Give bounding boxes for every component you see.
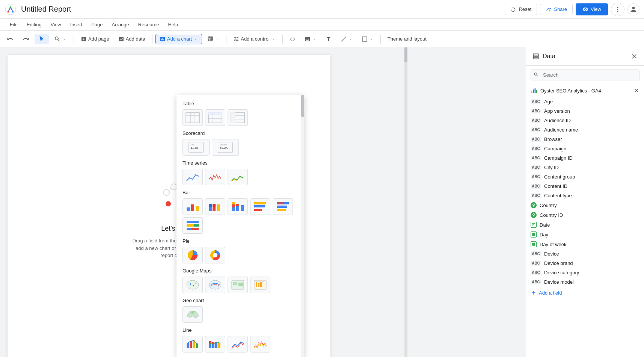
field-city-id[interactable]: ABC City ID [526,163,644,172]
svg-point-13 [171,184,177,190]
field-name: Date [540,222,550,228]
reset-button[interactable]: Reset [505,4,537,15]
chart-section-line: Line [176,326,304,355]
chart-option-pie-1[interactable] [182,247,203,263]
field-date[interactable]: Date [526,220,644,230]
search-input[interactable] [531,70,639,80]
chart-option-geo-1[interactable] [182,306,203,323]
chart-option-bar-1[interactable] [182,198,203,215]
data-source-close-icon[interactable] [633,88,639,94]
svg-rect-59 [277,209,286,211]
add-component-button[interactable] [204,34,223,44]
field-content-group[interactable]: ABC Content group [526,172,644,182]
chart-option-line-2[interactable] [205,336,225,352]
chart-option-bar-6[interactable] [182,217,203,234]
chart-option-maps-1[interactable] [182,277,203,293]
chart-section-googlemaps: Google Maps [176,266,304,296]
add-field-button[interactable]: Add a field [526,287,644,299]
chart-option-maps-3[interactable] [228,277,248,293]
chart-option-line-3[interactable] [228,336,248,352]
svg-rect-26 [208,112,222,115]
zoom-button[interactable] [50,34,71,44]
field-audience-id[interactable]: ABC Audience ID [526,116,644,125]
add-chart-button[interactable]: Add a chart [155,34,202,44]
date-type-icon [531,222,537,228]
menu-file[interactable]: File [6,20,21,29]
redo-button[interactable] [19,34,33,44]
chart-option-line-4[interactable] [250,336,270,352]
menu-view[interactable]: View [47,20,65,29]
line-tool-button[interactable] [337,34,356,44]
field-type-icon: ABC [531,156,541,160]
field-age[interactable]: ABC Age [526,97,644,106]
dropdown-scrollbar[interactable] [301,95,304,357]
more-options-button[interactable] [611,3,624,16]
chart-option-timeseries-2[interactable] [205,169,225,185]
menu-resource[interactable]: Resource [134,20,163,29]
chart-option-maps-4[interactable] [250,277,270,293]
field-day-of-week[interactable]: Day of week [526,239,644,249]
text-button[interactable] [322,34,335,44]
field-app-version[interactable]: ABC App version [526,106,644,116]
field-device-brand[interactable]: ABC Device brand [526,259,644,268]
chart-option-scorecard-2[interactable]: Sessions69.3K [212,139,239,156]
field-type-icon: ABC [531,174,541,179]
svg-rect-87 [209,341,211,343]
field-day[interactable]: Day [526,230,644,239]
field-device-model[interactable]: ABC Device model [526,277,644,287]
menu-insert[interactable]: Insert [66,20,86,29]
date-type-icon [531,231,537,237]
chart-option-bar-5[interactable] [273,198,293,215]
chart-option-bar-4[interactable] [250,198,270,215]
canvas-scrollbar[interactable] [404,47,407,357]
svg-point-68 [213,253,217,257]
chart-option-timeseries-1[interactable] [182,169,203,185]
chart-option-line-1[interactable] [182,336,203,352]
chart-options-table [182,109,298,126]
field-campaign-id[interactable]: ABC Campaign ID [526,153,644,163]
chart-option-timeseries-3[interactable] [228,169,248,185]
chart-option-maps-2[interactable] [205,277,225,293]
data-source-header[interactable]: Oyster SEO Analytics - GA4 [526,84,644,97]
menu-editing[interactable]: Editing [23,20,45,29]
field-country-id[interactable]: Country ID [526,210,644,220]
chart-option-bar-2[interactable] [205,198,225,215]
select-tool-button[interactable] [35,34,49,44]
image-button[interactable] [301,34,320,44]
menu-arrange[interactable]: Arrange [108,20,133,29]
data-panel-close-icon[interactable] [630,53,638,60]
menu-page[interactable]: Page [87,20,106,29]
menu-help[interactable]: Help [164,20,182,29]
field-audience-name[interactable]: ABC Audience name [526,125,644,135]
add-data-button[interactable]: Add data [115,34,149,44]
chart-option-pie-2[interactable] [205,247,225,263]
view-button[interactable]: View [576,3,608,15]
field-country[interactable]: Country [526,200,644,210]
undo-button[interactable] [3,34,17,44]
svg-rect-32 [231,112,235,123]
theme-layout-button[interactable]: Theme and layout [384,34,430,44]
field-content-id[interactable]: ABC Content ID [526,182,644,191]
chart-options-timeseries [182,169,298,185]
chart-section-pie: Pie [176,237,304,266]
chart-option-table-2[interactable] [205,109,225,126]
field-device-category[interactable]: ABC Device category [526,268,644,277]
share-button[interactable]: Share [540,4,573,15]
add-page-button[interactable]: Add page [77,34,113,44]
account-button[interactable] [627,3,639,15]
chart-option-bar-3[interactable] [228,198,248,215]
field-content-type[interactable]: ABC Content type [526,191,644,200]
chart-option-table-1[interactable] [182,109,203,126]
chart-option-table-3[interactable] [228,109,248,126]
toolbar: Add page Add data Add a chart Add a cont… [0,31,644,47]
field-browser[interactable]: ABC Browser [526,135,644,144]
field-type-icon: ABC [531,165,541,170]
field-campaign[interactable]: ABC Campaign [526,144,644,153]
data-source-chart-icon [531,87,537,94]
search-box [531,70,639,80]
code-view-button[interactable] [286,34,299,44]
field-device[interactable]: ABC Device [526,249,644,259]
chart-option-scorecard-1[interactable]: Total1,168 [182,139,210,156]
add-control-button[interactable]: Add a control [229,34,279,44]
shape-button[interactable] [358,34,377,44]
